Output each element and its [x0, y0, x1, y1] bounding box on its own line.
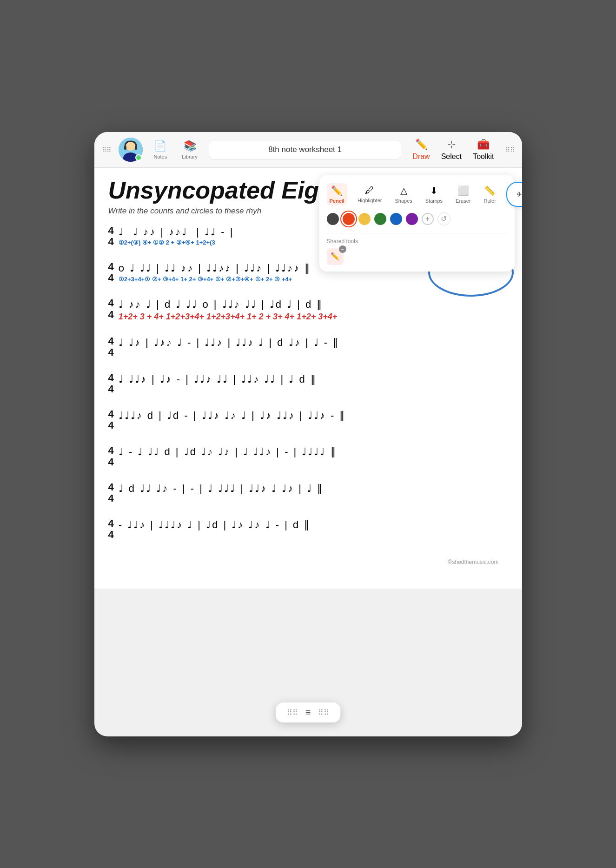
avatar[interactable]	[119, 138, 143, 162]
music-row-3: 4 4 ♩ ♪♪ ♩ | d ♩ ♩♩ o | ♩♩♪ ♩♩ | ♩d ♩ | …	[108, 298, 508, 322]
music-row-8: 4 4 ♩ d ♩♩ ♩♪ - | - | ♩ ♩♩♩ | ♩♩♪ ♩ ♩♪ |…	[108, 482, 508, 504]
main-content: ✏️ Pencil 🖊 Highlighter △ Shapes ⬇ Stamp…	[94, 168, 522, 589]
bottom-dots-icon: ⠿⠿	[287, 708, 298, 717]
music-row-9: 4 4 - ♩♩♪ | ♩♩♩♪ ♩ | ♩d | ♩♪ ♩♪ ♩ - | d …	[108, 518, 508, 540]
notation-row-5: ♩ ♩♩♪ | ♩♪ - | ♩♩♪ ♩♩ | ♩♩♪ ♩♩ | ♩ d ‖	[119, 372, 508, 387]
notation-row-6: ♩♩♩♪ d | ♩d - | ♩♩♪ ♩♪ ♩ | ♩♪ ♩♩♪ | ♩♩♪ …	[119, 409, 508, 423]
time-signature-2: 4 4	[108, 261, 114, 284]
library-label: Library	[182, 154, 198, 159]
time-signature-4: 4 4	[108, 336, 114, 358]
online-indicator	[135, 154, 142, 161]
time-signature-7: 4 4	[108, 445, 114, 467]
draw-tool-button[interactable]: ✏️ Draw	[409, 137, 433, 163]
ruler-label: Ruler	[484, 198, 496, 204]
drag-handle-icon: ⠿⠿	[102, 146, 111, 153]
notation-row-8: ♩ d ♩♩ ♩♪ - | - | ♩ ♩♩♩ | ♩♩♪ ♩ ♩♪ | ♩ ‖	[119, 482, 508, 496]
stamps-label: Stamps	[425, 198, 443, 204]
pencil-icon: ✏️	[331, 185, 343, 196]
pencil-label: Pencil	[330, 198, 344, 204]
eraser-tool-button[interactable]: ⬜ Eraser	[453, 183, 473, 205]
shapes-icon: △	[400, 185, 407, 196]
color-yellow[interactable]	[358, 213, 371, 225]
add-color-button[interactable]: +	[422, 213, 434, 225]
time-signature-1: 4 4	[108, 225, 114, 247]
device-frame: ⠿⠿ 📄 Notes 📚 Li	[94, 132, 522, 736]
shapes-tool-button[interactable]: △ Shapes	[392, 183, 415, 205]
eraser-icon: ⬜	[457, 185, 469, 196]
music-row-4: 4 4 ♩ ♩♪ | ♩♪♪ ♩ - | ♩♩♪ | ♩♩♪ ♩ | d ♩♪ …	[108, 336, 508, 358]
notation-row-3: ♩ ♪♪ ♩ | d ♩ ♩♩ o | ♩♩♪ ♩♩ | ♩d ♩ | d ‖	[119, 298, 508, 312]
notation-row-9: - ♩♩♪ | ♩♩♩♪ ♩ | ♩d | ♩♪ ♩♪ ♩ - | d ‖	[119, 518, 508, 532]
ruler-icon: 📏	[484, 185, 496, 196]
select-icon: ⊹	[447, 139, 456, 151]
share-tool-btn-inner[interactable]: ✈ Share tool	[506, 182, 522, 207]
color-black[interactable]	[327, 213, 339, 225]
tool-row: ✏️ Pencil 🖊 Highlighter △ Shapes ⬇ Stamp…	[327, 182, 507, 207]
annotation-row-3-red: 1+2+ 3 + 4+ 1+2+3+4+ 1+2+3+4+ 1+ 2 + 3+ …	[119, 312, 508, 322]
highlighter-tool-button[interactable]: 🖊 Highlighter	[355, 183, 385, 205]
time-signature-9: 4 4	[108, 518, 114, 540]
music-row-6: 4 4 ♩♩♩♪ d | ♩d - | ♩♩♪ ♩♪ ♩ | ♩♪ ♩♩♪ | …	[108, 409, 508, 431]
music-section: 4 4 ♩ ♩ ♪♪ | ♪♪♩ | ♩♩ - | ①2+(③) ④+ ①② 2…	[108, 225, 508, 541]
notes-icon: 📄	[154, 140, 166, 152]
color-red[interactable]	[343, 213, 355, 225]
draw-label: Draw	[412, 152, 430, 161]
shared-tools-section: Shared tools ✏️ −	[327, 233, 507, 265]
color-green[interactable]	[374, 213, 386, 225]
color-blue[interactable]	[390, 213, 402, 225]
shapes-label: Shapes	[395, 198, 412, 204]
highlighter-label: Highlighter	[358, 198, 382, 203]
eraser-label: Eraser	[456, 198, 470, 204]
time-signature-6: 4 4	[108, 409, 114, 431]
draw-icon: ✏️	[415, 139, 428, 151]
header: ⠿⠿ 📄 Notes 📚 Li	[94, 132, 522, 168]
color-purple[interactable]	[406, 213, 418, 225]
bottom-menu-icon[interactable]: ≡	[305, 707, 311, 718]
music-row-7: 4 4 ♩ - ♩ ♩♩ d | ♩d ♩♪ ♩♪ | ♩ ♩♩♪ | - | …	[108, 445, 508, 467]
stamps-icon: ⬇	[430, 185, 438, 196]
toolkit-label: Toolkit	[473, 152, 494, 161]
document-title[interactable]: 8th note worksheet 1	[209, 140, 401, 159]
remove-shared-tool-button[interactable]: −	[339, 245, 346, 253]
stamps-tool-button[interactable]: ⬇ Stamps	[423, 183, 445, 205]
highlighter-icon: 🖊	[365, 185, 374, 196]
footer-watermark: ©shedthemusic.com	[108, 554, 508, 570]
shared-tool-pencil[interactable]: ✏️ −	[327, 248, 344, 265]
toolkit-button[interactable]: 🧰 Toolkit	[469, 137, 497, 163]
sidebar-item-library[interactable]: 📚 Library	[178, 138, 201, 161]
drag-handle-right-icon: ⠿⠿	[505, 146, 515, 153]
time-signature-8: 4 4	[108, 482, 114, 504]
svg-rect-4	[124, 146, 126, 150]
share-icon: ✈	[517, 191, 522, 198]
color-palette-row: + ↺	[327, 212, 507, 225]
document-title-area: 8th note worksheet 1	[209, 140, 401, 159]
library-icon: 📚	[184, 140, 196, 152]
bottom-dots-right-icon: ⠿⠿	[318, 708, 329, 717]
annotation-row-2-blue: ①2+3+4+① ②+ ③+4+ 1+ 2+ ③+4+ ①+ ②+③+④+ ①+…	[119, 276, 508, 283]
draw-toolbar: ✏️ Pencil 🖊 Highlighter △ Shapes ⬇ Stamp…	[319, 175, 515, 272]
bottom-toolbar: ⠿⠿ ≡ ⠿⠿	[276, 702, 341, 722]
shared-tools-label: Shared tools	[327, 238, 507, 245]
ruler-tool-button[interactable]: 📏 Ruler	[481, 183, 499, 205]
pencil-tool-button[interactable]: ✏️ Pencil	[327, 183, 347, 205]
nav-right-section: ✏️ Draw ⊹ Select 🧰 Toolkit	[409, 137, 497, 163]
toolkit-icon: 🧰	[477, 139, 490, 151]
shared-pencil-icon: ✏️	[331, 252, 340, 261]
undo-button[interactable]: ↺	[437, 212, 450, 225]
time-signature-5: 4 4	[108, 372, 114, 395]
share-tool-button[interactable]: ✈ Share tool	[506, 182, 522, 207]
notation-row-4: ♩ ♩♪ | ♩♪♪ ♩ - | ♩♩♪ | ♩♩♪ ♩ | d ♩♪ | ♩ …	[119, 336, 508, 350]
select-label: Select	[441, 152, 462, 161]
svg-rect-5	[135, 146, 137, 150]
notation-row-7: ♩ - ♩ ♩♩ d | ♩d ♩♪ ♩♪ | ♩ ♩♩♪ | - | ♩♩♩♩…	[119, 445, 508, 459]
notes-label: Notes	[154, 154, 167, 159]
time-signature-3: 4 4	[108, 298, 114, 320]
music-row-5: 4 4 ♩ ♩♩♪ | ♩♪ - | ♩♩♪ ♩♩ | ♩♩♪ ♩♩ | ♩ d…	[108, 372, 508, 395]
select-tool-button[interactable]: ⊹ Select	[437, 137, 465, 163]
sidebar-item-notes[interactable]: 📄 Notes	[150, 138, 171, 161]
